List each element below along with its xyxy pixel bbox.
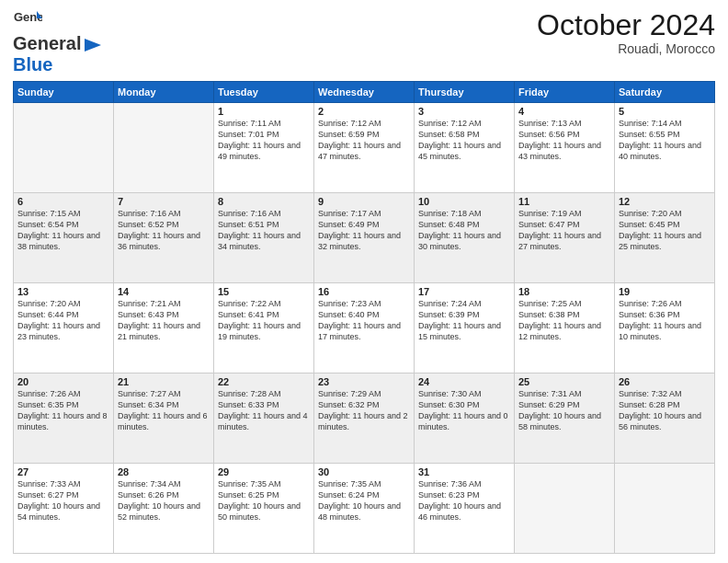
cell-info: Sunrise: 7:20 AMSunset: 6:45 PMDaylight:… <box>619 208 711 253</box>
calendar-cell: 16Sunrise: 7:23 AMSunset: 6:40 PMDayligh… <box>314 283 415 373</box>
day-number: 30 <box>318 466 410 477</box>
calendar-cell: 31Sunrise: 7:36 AMSunset: 6:23 PMDayligh… <box>415 464 515 554</box>
day-number: 6 <box>17 196 109 207</box>
day-number: 29 <box>218 466 310 477</box>
cell-info: Sunrise: 7:16 AMSunset: 6:51 PMDaylight:… <box>218 208 310 253</box>
calendar-cell: 27Sunrise: 7:33 AMSunset: 6:27 PMDayligh… <box>14 464 114 554</box>
cell-info: Sunrise: 7:21 AMSunset: 6:43 PMDaylight:… <box>118 298 210 343</box>
day-number: 27 <box>17 466 109 477</box>
svg-marker-3 <box>85 39 101 52</box>
day-number: 10 <box>418 196 510 207</box>
cell-info: Sunrise: 7:22 AMSunset: 6:41 PMDaylight:… <box>218 298 310 343</box>
calendar-cell: 30Sunrise: 7:35 AMSunset: 6:24 PMDayligh… <box>314 464 415 554</box>
calendar-cell: 7Sunrise: 7:16 AMSunset: 6:52 PMDaylight… <box>114 193 214 283</box>
calendar-cell <box>14 103 114 193</box>
cell-info: Sunrise: 7:16 AMSunset: 6:52 PMDaylight:… <box>118 208 210 253</box>
logo-general-text: General <box>13 33 81 54</box>
day-number: 13 <box>17 286 109 297</box>
day-number: 8 <box>218 196 310 207</box>
calendar-cell: 12Sunrise: 7:20 AMSunset: 6:45 PMDayligh… <box>615 193 715 283</box>
weekday-header-monday: Monday <box>114 82 214 103</box>
calendar-week-row: 27Sunrise: 7:33 AMSunset: 6:27 PMDayligh… <box>14 464 715 554</box>
day-number: 21 <box>118 376 210 387</box>
header: General General Blue October 2024 Rouadi… <box>13 9 715 75</box>
day-number: 11 <box>518 196 610 207</box>
cell-info: Sunrise: 7:34 AMSunset: 6:26 PMDaylight:… <box>118 478 210 523</box>
calendar-cell: 8Sunrise: 7:16 AMSunset: 6:51 PMDaylight… <box>214 193 314 283</box>
cell-info: Sunrise: 7:35 AMSunset: 6:25 PMDaylight:… <box>218 478 310 523</box>
weekday-header-friday: Friday <box>515 82 615 103</box>
day-number: 18 <box>518 286 610 297</box>
day-number: 28 <box>118 466 210 477</box>
calendar-table: SundayMondayTuesdayWednesdayThursdayFrid… <box>13 81 715 554</box>
calendar-cell: 10Sunrise: 7:18 AMSunset: 6:48 PMDayligh… <box>415 193 515 283</box>
cell-info: Sunrise: 7:33 AMSunset: 6:27 PMDaylight:… <box>17 478 109 523</box>
day-number: 4 <box>518 106 610 117</box>
logo: General General Blue <box>13 9 101 75</box>
day-number: 1 <box>218 106 310 117</box>
calendar-cell: 13Sunrise: 7:20 AMSunset: 6:44 PMDayligh… <box>14 283 114 373</box>
cell-info: Sunrise: 7:29 AMSunset: 6:32 PMDaylight:… <box>318 388 410 433</box>
day-number: 19 <box>619 286 711 297</box>
calendar-cell <box>114 103 214 193</box>
cell-info: Sunrise: 7:23 AMSunset: 6:40 PMDaylight:… <box>318 298 410 343</box>
cell-info: Sunrise: 7:28 AMSunset: 6:33 PMDaylight:… <box>218 388 310 433</box>
day-number: 17 <box>418 286 510 297</box>
weekday-header-row: SundayMondayTuesdayWednesdayThursdayFrid… <box>14 82 715 103</box>
day-number: 25 <box>518 376 610 387</box>
calendar-cell: 23Sunrise: 7:29 AMSunset: 6:32 PMDayligh… <box>314 373 415 464</box>
day-number: 31 <box>418 466 510 477</box>
calendar-cell: 15Sunrise: 7:22 AMSunset: 6:41 PMDayligh… <box>214 283 314 373</box>
logo-blue-text: Blue <box>13 54 52 75</box>
month-title: October 2024 <box>537 9 715 41</box>
calendar-week-row: 20Sunrise: 7:26 AMSunset: 6:35 PMDayligh… <box>14 373 715 464</box>
day-number: 22 <box>218 376 310 387</box>
location: Rouadi, Morocco <box>537 41 715 56</box>
cell-info: Sunrise: 7:31 AMSunset: 6:29 PMDaylight:… <box>518 388 610 433</box>
day-number: 16 <box>318 286 410 297</box>
weekday-header-tuesday: Tuesday <box>214 82 314 103</box>
cell-info: Sunrise: 7:11 AMSunset: 7:01 PMDaylight:… <box>218 118 310 163</box>
day-number: 26 <box>619 376 711 387</box>
cell-info: Sunrise: 7:24 AMSunset: 6:39 PMDaylight:… <box>418 298 510 343</box>
weekday-header-wednesday: Wednesday <box>314 82 415 103</box>
calendar-cell: 6Sunrise: 7:15 AMSunset: 6:54 PMDaylight… <box>14 193 114 283</box>
cell-info: Sunrise: 7:15 AMSunset: 6:54 PMDaylight:… <box>17 208 109 253</box>
calendar-cell: 24Sunrise: 7:30 AMSunset: 6:30 PMDayligh… <box>415 373 515 464</box>
cell-info: Sunrise: 7:12 AMSunset: 6:59 PMDaylight:… <box>318 118 410 163</box>
cell-info: Sunrise: 7:30 AMSunset: 6:30 PMDaylight:… <box>418 388 510 433</box>
cell-info: Sunrise: 7:26 AMSunset: 6:35 PMDaylight:… <box>17 388 109 433</box>
calendar-cell: 11Sunrise: 7:19 AMSunset: 6:47 PMDayligh… <box>515 193 615 283</box>
calendar-week-row: 13Sunrise: 7:20 AMSunset: 6:44 PMDayligh… <box>14 283 715 373</box>
calendar-cell: 26Sunrise: 7:32 AMSunset: 6:28 PMDayligh… <box>615 373 715 464</box>
calendar-week-row: 6Sunrise: 7:15 AMSunset: 6:54 PMDaylight… <box>14 193 715 283</box>
title-block: October 2024 Rouadi, Morocco <box>537 9 715 56</box>
day-number: 14 <box>118 286 210 297</box>
calendar-cell: 2Sunrise: 7:12 AMSunset: 6:59 PMDaylight… <box>314 103 415 193</box>
weekday-header-sunday: Sunday <box>14 82 114 103</box>
calendar-cell: 3Sunrise: 7:12 AMSunset: 6:58 PMDaylight… <box>415 103 515 193</box>
cell-info: Sunrise: 7:27 AMSunset: 6:34 PMDaylight:… <box>118 388 210 433</box>
cell-info: Sunrise: 7:25 AMSunset: 6:38 PMDaylight:… <box>518 298 610 343</box>
calendar-cell <box>515 464 615 554</box>
day-number: 7 <box>118 196 210 207</box>
calendar-cell: 1Sunrise: 7:11 AMSunset: 7:01 PMDaylight… <box>214 103 314 193</box>
cell-info: Sunrise: 7:32 AMSunset: 6:28 PMDaylight:… <box>619 388 711 433</box>
calendar-cell: 25Sunrise: 7:31 AMSunset: 6:29 PMDayligh… <box>515 373 615 464</box>
weekday-header-thursday: Thursday <box>415 82 515 103</box>
cell-info: Sunrise: 7:35 AMSunset: 6:24 PMDaylight:… <box>318 478 410 523</box>
day-number: 24 <box>418 376 510 387</box>
calendar-cell: 14Sunrise: 7:21 AMSunset: 6:43 PMDayligh… <box>114 283 214 373</box>
day-number: 20 <box>17 376 109 387</box>
day-number: 23 <box>318 376 410 387</box>
logo-icon: General <box>13 9 42 33</box>
day-number: 2 <box>318 106 410 117</box>
calendar-cell: 21Sunrise: 7:27 AMSunset: 6:34 PMDayligh… <box>114 373 214 464</box>
calendar-cell: 5Sunrise: 7:14 AMSunset: 6:55 PMDaylight… <box>615 103 715 193</box>
calendar-cell: 20Sunrise: 7:26 AMSunset: 6:35 PMDayligh… <box>14 373 114 464</box>
calendar-cell: 19Sunrise: 7:26 AMSunset: 6:36 PMDayligh… <box>615 283 715 373</box>
day-number: 3 <box>418 106 510 117</box>
cell-info: Sunrise: 7:14 AMSunset: 6:55 PMDaylight:… <box>619 118 711 163</box>
weekday-header-saturday: Saturday <box>615 82 715 103</box>
cell-info: Sunrise: 7:17 AMSunset: 6:49 PMDaylight:… <box>318 208 410 253</box>
